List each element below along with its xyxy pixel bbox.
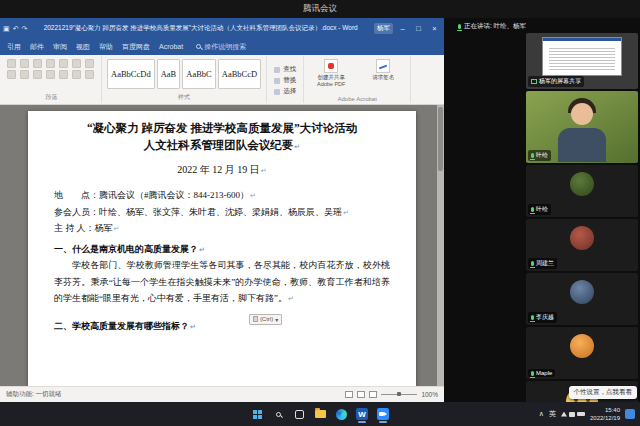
style-chip-normal[interactable]: AaBbCcDd (107, 59, 155, 89)
tray-time: 15:40 (590, 406, 620, 414)
participant-name: 叶绘 (536, 205, 548, 214)
document-page[interactable]: “凝心聚力 踔厉奋发 推进学校高质量发展”大讨论活动 人文社科系管理团队会议纪要… (28, 111, 416, 386)
align-center-icon[interactable] (20, 70, 29, 79)
participant-tile[interactable]: 周建兰 (526, 219, 638, 271)
zoom-slider[interactable] (381, 394, 417, 395)
edge-button[interactable] (332, 404, 350, 424)
participant-name: 叶绘 (536, 151, 548, 160)
participant-tile-screenshare[interactable]: 杨军的屏幕共享 (526, 33, 638, 89)
participant-tile[interactable]: 叶绘 (526, 165, 638, 217)
ribbon: 段落 AaBbCcDd AaB AaBbC AaBbCcD 样式 查找 (0, 55, 444, 105)
read-mode-icon[interactable] (345, 391, 353, 398)
decrease-indent-icon[interactable] (46, 59, 55, 68)
tab-baidu-netdisk[interactable]: 百度网盘 (118, 40, 154, 54)
word-window: ▣ ↶ ↷ 20221219“凝心聚力 踔厉奋发 推进学校高质量发展”大讨论活动… (0, 18, 444, 402)
taskbar: W ∧ 英 15:40 2022/12/19 (0, 402, 640, 426)
search-label: 操作说明搜索 (204, 42, 246, 52)
style-chip-label: AaBbC (186, 69, 212, 79)
tell-me-search[interactable]: 操作说明搜索 (196, 42, 246, 52)
replace-label: 替换 (283, 76, 296, 85)
tab-mailings[interactable]: 邮件 (26, 40, 48, 54)
mic-icon (531, 207, 534, 212)
find-button[interactable]: 查找 (272, 65, 298, 74)
numbering-icon[interactable] (20, 59, 29, 68)
mic-icon (531, 153, 534, 158)
file-explorer-button[interactable] (311, 404, 329, 424)
request-signature-button[interactable]: 请求签名 (361, 59, 405, 88)
paragraph-group: 段落 (2, 56, 102, 103)
create-share-pdf-button[interactable]: 创建并共享 Adobe PDF (309, 59, 353, 88)
align-right-icon[interactable] (33, 70, 42, 79)
signature-icon (376, 59, 390, 73)
start-button[interactable] (248, 404, 266, 424)
style-chip-heading1[interactable]: AaBbC (182, 59, 216, 89)
editing-group: 查找 替换 选择 (267, 56, 304, 103)
formatting-marks-icon[interactable] (85, 59, 94, 68)
participant-tile-video[interactable]: 叶绘 (526, 91, 638, 163)
shading-icon[interactable] (72, 70, 81, 79)
paste-options-button[interactable]: (Ctrl) ▾ (249, 314, 282, 325)
search-button[interactable] (269, 404, 287, 424)
paragraph-group-label: 段落 (46, 92, 58, 102)
document-area[interactable]: “凝心聚力 踔厉奋发 推进学校高质量发展”大讨论活动 人文社科系管理团队会议纪要… (0, 105, 444, 386)
hidden-icons-chevron[interactable]: ∧ (539, 410, 544, 418)
avatar (570, 226, 594, 250)
maximize-button[interactable]: □ (412, 24, 425, 33)
word-taskbar-button[interactable]: W (353, 404, 371, 424)
meeting-taskbar-button[interactable] (374, 404, 392, 424)
web-layout-icon[interactable] (369, 391, 377, 398)
account-name[interactable]: 杨军 (374, 23, 393, 34)
bullets-icon[interactable] (7, 59, 16, 68)
tray-date: 2022/12/19 (590, 414, 620, 422)
participant-tile[interactable]: 李庆越 (526, 273, 638, 325)
zoom-level[interactable]: 100% (421, 391, 438, 398)
tab-help[interactable]: 帮助 (95, 40, 117, 54)
system-status-icons[interactable] (561, 412, 585, 417)
style-chip-label: AaB (161, 69, 177, 79)
ribbon-tabs: 引用 邮件 审阅 视图 帮助 百度网盘 Acrobat 操作说明搜索 (0, 38, 444, 55)
borders-icon[interactable] (85, 70, 94, 79)
scrollbar-thumb[interactable] (438, 107, 443, 171)
wifi-icon (561, 412, 567, 417)
task-view-icon (295, 410, 304, 419)
input-language-indicator[interactable]: 英 (549, 409, 556, 419)
meeting-window-title: 腾讯会议 (303, 3, 337, 15)
tab-review[interactable]: 审阅 (49, 40, 71, 54)
select-button[interactable]: 选择 (272, 87, 298, 96)
line-spacing-icon[interactable] (59, 70, 68, 79)
mic-icon (458, 24, 461, 29)
undo-icon[interactable]: ↶ (13, 25, 19, 32)
print-layout-icon[interactable] (357, 391, 365, 398)
redo-icon[interactable]: ↷ (22, 25, 28, 32)
tab-view[interactable]: 视图 (72, 40, 94, 54)
sort-icon[interactable] (72, 59, 81, 68)
paragraph-mark: ↵ (294, 143, 300, 151)
minimize-button[interactable]: – (396, 24, 409, 33)
task-view-button[interactable] (290, 404, 308, 424)
participant-tile[interactable]: Maple (526, 327, 638, 379)
tab-references[interactable]: 引用 (3, 40, 25, 54)
multilevel-list-icon[interactable] (33, 59, 42, 68)
word-titlebar: ▣ ↶ ↷ 20221219“凝心聚力 踔厉奋发 推进学校高质量发展”大讨论活动… (0, 18, 444, 38)
notification-icon[interactable] (625, 409, 635, 419)
screenshare-icon (531, 79, 537, 84)
clock[interactable]: 15:40 2022/12/19 (590, 406, 620, 422)
align-left-icon[interactable] (7, 70, 16, 79)
paste-hint-label: (Ctrl) (260, 316, 273, 322)
increase-indent-icon[interactable] (59, 59, 68, 68)
style-chip-heading2[interactable]: AaBbCcD (218, 59, 261, 89)
select-label: 选择 (283, 87, 296, 96)
doc-location: 地 点：腾讯会议（#腾讯会议：844-213-600）↵ (54, 187, 390, 203)
mic-icon (531, 371, 534, 376)
save-icon[interactable]: ▣ (3, 25, 10, 32)
vertical-scrollbar[interactable] (437, 105, 444, 386)
replace-button[interactable]: 替换 (272, 76, 298, 85)
style-chip-label: AaBbCcDd (111, 69, 151, 79)
styles-group: AaBbCcDd AaB AaBbC AaBbCcD 样式 (102, 56, 267, 103)
justify-icon[interactable] (46, 70, 55, 79)
clipboard-icon (253, 316, 258, 322)
close-button[interactable]: × (428, 24, 441, 33)
tab-acrobat[interactable]: Acrobat (155, 41, 187, 52)
search-icon (276, 412, 281, 417)
style-chip-title[interactable]: AaB (157, 59, 181, 89)
